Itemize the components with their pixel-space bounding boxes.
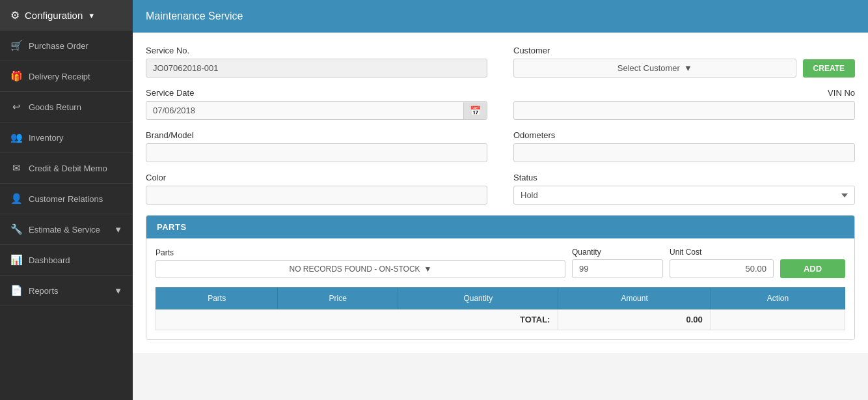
form-brand-section: Brand/Model Odometers — [146, 130, 855, 162]
sidebar-item-goods-return[interactable]: ↩Goods Return — [0, 92, 133, 122]
sidebar-item-customer-relations[interactable]: 👤Customer Relations — [0, 184, 133, 214]
config-menu[interactable]: ⚙ Configuration ▼ — [0, 0, 133, 31]
inventory-icon: 👥 — [10, 132, 22, 143]
parts-input-label: Parts — [156, 248, 565, 257]
purchase-order-icon: 🛒 — [10, 40, 22, 51]
col-parts: Parts — [156, 288, 278, 309]
sidebar-item-credit-debit-memo[interactable]: ✉Credit & Debit Memo — [0, 153, 133, 184]
service-date-input-group: 📅 — [146, 101, 487, 120]
sidebar-label-reports: Reports — [29, 286, 59, 296]
service-date-label: Service Date — [146, 88, 487, 98]
col-quantity: Quantity — [398, 288, 558, 309]
odometers-group: Odometers — [513, 130, 855, 162]
sidebar-label-goods-return: Goods Return — [29, 102, 81, 112]
service-date-input[interactable] — [146, 102, 463, 119]
page-title: Maintenance Service — [146, 10, 243, 21]
col-amount: Amount — [558, 288, 711, 309]
dropdown-arrow-icon: ▼ — [684, 63, 692, 73]
color-group: Color — [146, 173, 487, 205]
calendar-icon[interactable]: 📅 — [463, 102, 487, 119]
parts-input-group: Parts NO RECORDS FOUND - ON-STOCK ▼ — [156, 248, 565, 278]
brand-model-group: Brand/Model — [146, 130, 487, 162]
total-action-cell — [711, 309, 845, 330]
form-mid-section: Service Date 📅 VIN No — [146, 88, 855, 120]
color-input[interactable] — [146, 186, 487, 205]
sidebar-item-inventory[interactable]: 👥Inventory — [0, 122, 133, 153]
odometers-label: Odometers — [513, 130, 855, 140]
parts-body: Parts NO RECORDS FOUND - ON-STOCK ▼ Quan… — [146, 238, 854, 339]
service-no-input[interactable] — [146, 59, 487, 78]
total-value: 0.00 — [558, 309, 711, 330]
parts-form-row: Parts NO RECORDS FOUND - ON-STOCK ▼ Quan… — [156, 248, 845, 278]
select-customer-label: Select Customer — [617, 63, 680, 73]
sidebar-item-purchase-order[interactable]: 🛒Purchase Order — [0, 31, 133, 61]
chevron-down-icon: ▼ — [88, 12, 95, 20]
dashboard-icon: 📊 — [10, 254, 22, 266]
odometers-input[interactable] — [513, 143, 855, 162]
quantity-input[interactable] — [572, 259, 663, 278]
customer-row: Select Customer ▼ CREATE — [513, 59, 855, 78]
form-top-section: Service No. Customer Select Customer ▼ C… — [146, 46, 855, 78]
main-content: Maintenance Service Service No. Customer… — [133, 0, 868, 400]
parts-table: Parts Price Quantity Amount Action TOTAL… — [156, 287, 845, 330]
parts-placeholder: NO RECORDS FOUND - ON-STOCK — [289, 264, 420, 274]
table-total-row: TOTAL: 0.00 — [156, 309, 845, 330]
reports-icon: 📄 — [10, 285, 22, 296]
content-area: Service No. Customer Select Customer ▼ C… — [133, 33, 868, 353]
customer-label: Customer — [513, 46, 855, 55]
parts-dropdown-arrow-icon: ▼ — [424, 264, 432, 274]
color-label: Color — [146, 173, 487, 182]
vin-no-label: VIN No — [513, 88, 855, 98]
credit-debit-memo-icon: ✉ — [10, 162, 22, 174]
brand-model-label: Brand/Model — [146, 130, 487, 140]
sidebar-label-dashboard: Dashboard — [29, 255, 70, 265]
service-date-group: Service Date 📅 — [146, 88, 487, 120]
service-no-label: Service No. — [146, 46, 487, 55]
brand-model-input[interactable] — [146, 143, 487, 162]
status-label: Status — [513, 173, 855, 182]
gear-icon: ⚙ — [10, 9, 20, 21]
unit-cost-label: Unit Cost — [670, 248, 774, 257]
col-action: Action — [711, 288, 845, 309]
customer-relations-icon: 👤 — [10, 193, 22, 205]
sidebar-item-estimate-service[interactable]: 🔧Estimate & Service▼ — [0, 214, 133, 245]
parts-dropdown-button[interactable]: NO RECORDS FOUND - ON-STOCK ▼ — [156, 260, 565, 278]
total-label: TOTAL: — [156, 309, 558, 330]
parts-header: PARTS — [146, 216, 854, 238]
delivery-receipt-icon: 🎁 — [10, 70, 22, 82]
table-header-row: Parts Price Quantity Amount Action — [156, 288, 845, 309]
unit-cost-input-group: Unit Cost — [670, 248, 774, 278]
arrow-icon-estimate-service: ▼ — [114, 225, 122, 235]
quantity-input-group: Quantity — [572, 248, 663, 278]
vin-no-input[interactable] — [513, 101, 855, 120]
goods-return-icon: ↩ — [10, 101, 22, 113]
sidebar-item-reports[interactable]: 📄Reports▼ — [0, 276, 133, 306]
sidebar: ⚙ Configuration ▼ 🛒Purchase Order🎁Delive… — [0, 0, 133, 400]
unit-cost-input[interactable] — [670, 259, 774, 278]
sidebar-item-dashboard[interactable]: 📊Dashboard — [0, 245, 133, 276]
page-header: Maintenance Service — [133, 0, 868, 33]
config-label: Configuration — [25, 10, 83, 21]
arrow-icon-reports: ▼ — [114, 286, 122, 296]
sidebar-label-inventory: Inventory — [29, 133, 63, 143]
customer-group: Customer Select Customer ▼ CREATE — [513, 46, 855, 78]
add-button-group: ADD — [780, 259, 845, 278]
quantity-input-label: Quantity — [572, 248, 663, 257]
sidebar-label-credit-debit-memo: Credit & Debit Memo — [29, 164, 107, 173]
status-group: Status HoldOpenClosedCancelled — [513, 173, 855, 205]
add-button[interactable]: ADD — [780, 259, 845, 278]
parts-title: PARTS — [157, 222, 187, 232]
status-select[interactable]: HoldOpenClosedCancelled — [513, 186, 855, 205]
sidebar-item-delivery-receipt[interactable]: 🎁Delivery Receipt — [0, 61, 133, 92]
service-no-group: Service No. — [146, 46, 487, 78]
select-customer-button[interactable]: Select Customer ▼ — [513, 59, 796, 78]
sidebar-label-purchase-order: Purchase Order — [29, 41, 88, 51]
create-button[interactable]: CREATE — [803, 59, 855, 78]
form-color-section: Color Status HoldOpenClosedCancelled — [146, 173, 855, 205]
estimate-service-icon: 🔧 — [10, 223, 22, 235]
parts-section: PARTS Parts NO RECORDS FOUND - ON-STOCK … — [146, 215, 855, 340]
sidebar-label-delivery-receipt: Delivery Receipt — [29, 72, 90, 81]
sidebar-label-customer-relations: Customer Relations — [29, 194, 103, 204]
col-price: Price — [278, 288, 398, 309]
sidebar-label-estimate-service: Estimate & Service — [29, 225, 100, 235]
